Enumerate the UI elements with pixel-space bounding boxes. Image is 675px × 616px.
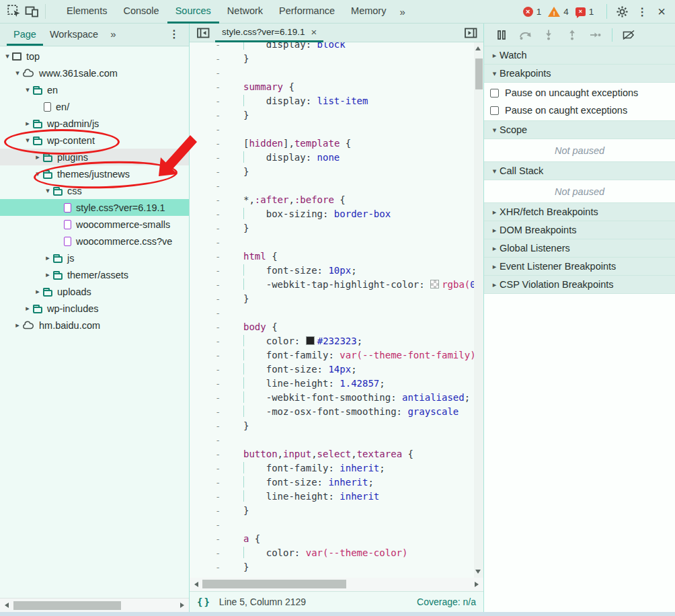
tree-expand-closed-icon[interactable]: ▸ bbox=[43, 270, 52, 279]
tree-item-wp-content[interactable]: ▾wp-content bbox=[0, 132, 189, 149]
tree-expand-open-icon[interactable]: ▾ bbox=[23, 85, 32, 94]
line-gutter[interactable]: - bbox=[190, 108, 227, 122]
section-expand-open-icon[interactable]: ▾ bbox=[489, 167, 500, 176]
line-gutter[interactable]: - bbox=[190, 348, 227, 362]
issues-badge-icon[interactable] bbox=[575, 7, 586, 16]
editor-horizontal-scrollbar[interactable] bbox=[190, 578, 483, 591]
line-gutter[interactable]: - bbox=[190, 42, 227, 52]
section-header-xhr-fetch-breakpoints[interactable]: ▸XHR/fetch Breakpoints bbox=[484, 203, 675, 221]
tree-item-woocommerce-css-ve[interactable]: woocommerce.css?ve bbox=[0, 233, 189, 249]
tree-item-hm-baidu-com[interactable]: ▸hm.baidu.com bbox=[0, 317, 189, 334]
tree-expand-open-icon[interactable]: ▾ bbox=[33, 169, 42, 178]
tab-elements[interactable]: Elements bbox=[58, 0, 115, 24]
navigator-menu-icon[interactable]: ⋮ bbox=[163, 24, 189, 46]
tree-expand-open-icon[interactable]: ▾ bbox=[13, 69, 22, 77]
section-expand-closed-icon[interactable]: ▸ bbox=[489, 280, 500, 289]
section-expand-closed-icon[interactable]: ▸ bbox=[489, 244, 500, 253]
line-gutter[interactable]: - bbox=[190, 504, 227, 518]
section-header-watch[interactable]: ▸Watch bbox=[484, 46, 675, 65]
line-gutter[interactable]: - bbox=[190, 461, 227, 475]
line-gutter[interactable]: - bbox=[190, 151, 227, 165]
tree-expand-closed-icon[interactable]: ▸ bbox=[43, 254, 52, 262]
section-header-dom-breakpoints[interactable]: ▸DOM Breakpoints bbox=[484, 221, 675, 239]
checkbox-row[interactable]: Pause on uncaught exceptions bbox=[484, 84, 675, 102]
tree-item-uploads[interactable]: ▸uploads bbox=[0, 283, 189, 300]
line-gutter[interactable]: - bbox=[190, 235, 227, 249]
section-header-event-listener-breakpoints[interactable]: ▸Event Listener Breakpoints bbox=[484, 258, 675, 276]
close-devtools-icon[interactable]: × bbox=[653, 5, 668, 18]
editor-vertical-scrollbar[interactable] bbox=[474, 42, 483, 578]
tree-expand-open-icon[interactable]: ▾ bbox=[3, 52, 12, 61]
line-gutter[interactable]: - bbox=[190, 362, 227, 377]
section-expand-closed-icon[interactable]: ▸ bbox=[489, 208, 500, 217]
device-toolbar-icon[interactable] bbox=[23, 3, 40, 20]
more-options-icon[interactable]: ⋮ bbox=[631, 5, 653, 18]
tree-expand-closed-icon[interactable]: ▸ bbox=[33, 153, 42, 161]
tab-sources[interactable]: Sources bbox=[167, 0, 219, 24]
pretty-print-icon[interactable]: {} bbox=[197, 596, 211, 607]
line-gutter[interactable]: - bbox=[190, 207, 227, 221]
line-gutter[interactable]: - bbox=[190, 52, 227, 66]
checkbox-row[interactable]: Pause on caught exceptions bbox=[484, 102, 675, 119]
tree-item-style-css-ver-6-19-1[interactable]: style.css?ver=6.19.1 bbox=[0, 199, 189, 216]
tree-expand-closed-icon[interactable]: ▸ bbox=[33, 287, 42, 296]
navigator-tab-page[interactable]: Page bbox=[7, 24, 43, 46]
section-header-call-stack[interactable]: ▾Call Stack bbox=[484, 162, 675, 180]
checkbox-unchecked[interactable] bbox=[490, 89, 499, 98]
tree-item-www-361sale-com[interactable]: ▾www.361sale.com bbox=[0, 65, 189, 81]
step-into-icon[interactable] bbox=[541, 29, 556, 41]
tree-expand-closed-icon[interactable]: ▸ bbox=[23, 119, 32, 128]
tree-expand-open-icon[interactable]: ▾ bbox=[43, 186, 52, 195]
scroll-up-icon[interactable] bbox=[475, 46, 481, 50]
line-gutter[interactable]: - bbox=[190, 419, 227, 433]
section-header-breakpoints[interactable]: ▾Breakpoints bbox=[484, 65, 675, 83]
navigator-tab-workspace[interactable]: Workspace bbox=[43, 24, 105, 46]
line-gutter[interactable]: - bbox=[190, 221, 227, 235]
line-gutter[interactable]: - bbox=[190, 306, 227, 320]
section-expand-open-icon[interactable]: ▾ bbox=[489, 69, 500, 78]
scroll-left-icon[interactable] bbox=[194, 582, 198, 587]
line-gutter[interactable]: - bbox=[190, 122, 227, 137]
line-gutter[interactable]: - bbox=[190, 518, 227, 532]
line-gutter[interactable]: - bbox=[190, 490, 227, 504]
tree-item-themes-justnews[interactable]: ▾themes/justnews bbox=[0, 165, 189, 182]
line-gutter[interactable]: - bbox=[190, 377, 227, 391]
line-gutter[interactable]: - bbox=[190, 320, 227, 334]
close-tab-icon[interactable]: × bbox=[311, 26, 317, 38]
pause-icon[interactable] bbox=[494, 29, 509, 41]
line-gutter[interactable]: - bbox=[190, 475, 227, 490]
line-gutter[interactable]: - bbox=[190, 137, 227, 151]
line-gutter[interactable]: - bbox=[190, 334, 227, 348]
section-header-global-listeners[interactable]: ▸Global Listeners bbox=[484, 239, 675, 258]
line-gutter[interactable]: - bbox=[190, 560, 227, 574]
toggle-debugger-sidebar-icon[interactable] bbox=[462, 25, 479, 41]
scroll-down-icon[interactable] bbox=[475, 570, 481, 574]
step-over-icon[interactable] bbox=[518, 29, 532, 41]
line-gutter[interactable]: - bbox=[190, 94, 227, 108]
line-gutter[interactable]: - bbox=[190, 405, 227, 419]
more-navigator-tabs-icon[interactable]: » bbox=[105, 24, 121, 46]
section-expand-open-icon[interactable]: ▾ bbox=[489, 126, 500, 134]
line-gutter[interactable]: - bbox=[190, 546, 227, 560]
line-gutter[interactable]: - bbox=[190, 532, 227, 546]
tree-item-top[interactable]: ▾top bbox=[0, 48, 189, 65]
color-swatch-dark[interactable] bbox=[306, 336, 315, 345]
scroll-left-icon[interactable] bbox=[5, 603, 9, 608]
tab-console[interactable]: Console bbox=[115, 0, 167, 24]
warning-badge-icon[interactable] bbox=[548, 7, 560, 17]
inspect-element-icon[interactable] bbox=[5, 3, 23, 20]
section-header-scope[interactable]: ▾Scope bbox=[484, 121, 675, 139]
tree-item-themer-assets[interactable]: ▸themer/assets bbox=[0, 266, 189, 283]
section-expand-closed-icon[interactable]: ▸ bbox=[489, 262, 500, 271]
tree-expand-open-icon[interactable]: ▾ bbox=[23, 136, 32, 145]
tree-item-js[interactable]: ▸js bbox=[0, 249, 189, 266]
section-header-csp-violation-breakpoints[interactable]: ▸CSP Violation Breakpoints bbox=[484, 276, 675, 294]
line-gutter[interactable]: - bbox=[190, 391, 227, 405]
tree-item-wp-admin-js[interactable]: ▸wp-admin/js bbox=[0, 115, 189, 132]
scrollbar-thumb[interactable] bbox=[202, 580, 346, 588]
line-gutter[interactable]: - bbox=[190, 165, 227, 179]
tree-item-plugins[interactable]: ▸plugins bbox=[0, 149, 189, 165]
checkbox-unchecked[interactable] bbox=[490, 106, 499, 115]
line-gutter[interactable]: - bbox=[190, 292, 227, 306]
tree-expand-closed-icon[interactable]: ▸ bbox=[13, 321, 22, 330]
